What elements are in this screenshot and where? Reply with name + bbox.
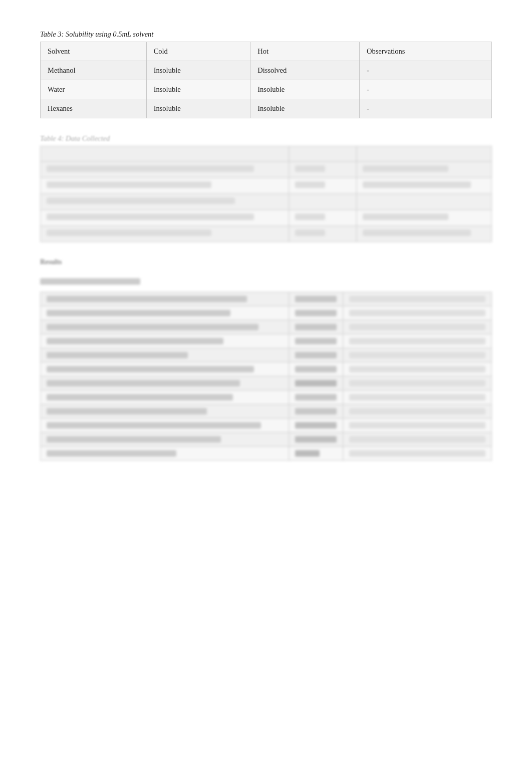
table3-header-hot: Hot <box>250 42 360 61</box>
table4 <box>40 146 492 242</box>
table-row <box>41 334 492 348</box>
table-row <box>41 362 492 376</box>
table-row <box>41 162 492 178</box>
table-row <box>41 226 492 242</box>
table4-caption: Table 4: Data Collected <box>40 134 492 143</box>
table-row <box>41 376 492 391</box>
table3-cell-hexanes-obs: - <box>359 99 491 118</box>
table3-cell-hexanes-solvent: Hexanes <box>41 99 147 118</box>
table-row <box>41 447 492 461</box>
table3-cell-hexanes-cold: Insoluble <box>146 99 250 118</box>
table3-cell-water-obs: - <box>359 80 491 99</box>
table3-cell-methanol-solvent: Methanol <box>41 61 147 80</box>
table-row: Water Insoluble Insoluble - <box>41 80 492 99</box>
table3: Solvent Cold Hot Observations Methanol I… <box>40 42 492 118</box>
table3-cell-methanol-cold: Insoluble <box>146 61 250 80</box>
results-section: Results <box>40 258 492 266</box>
table3-cell-water-cold: Insoluble <box>146 80 250 99</box>
table3-header-observations: Observations <box>359 42 491 61</box>
results-heading: Results <box>40 258 492 266</box>
table3-cell-water-hot: Insoluble <box>250 80 360 99</box>
table-row <box>41 391 492 405</box>
table3-header-cold: Cold <box>146 42 250 61</box>
table-row: Hexanes Insoluble Insoluble - <box>41 99 492 118</box>
table-row <box>41 419 492 433</box>
table-row <box>41 292 492 306</box>
table-row <box>41 306 492 320</box>
table-row <box>41 210 492 226</box>
results-content <box>40 278 492 461</box>
table3-cell-methanol-hot: Dissolved <box>250 61 360 80</box>
table-row <box>41 348 492 362</box>
table-row <box>41 178 492 194</box>
table-row <box>41 320 492 334</box>
table3-header-solvent: Solvent <box>41 42 147 61</box>
table-row <box>41 405 492 419</box>
table3-cell-water-solvent: Water <box>41 80 147 99</box>
table3-cell-hexanes-hot: Insoluble <box>250 99 360 118</box>
table-row <box>41 194 492 210</box>
table-row <box>41 433 492 447</box>
table3-caption: Table 3: Solubility using 0.5mL solvent <box>40 30 492 39</box>
table-row: Methanol Insoluble Dissolved - <box>41 61 492 80</box>
table3-cell-methanol-obs: - <box>359 61 491 80</box>
